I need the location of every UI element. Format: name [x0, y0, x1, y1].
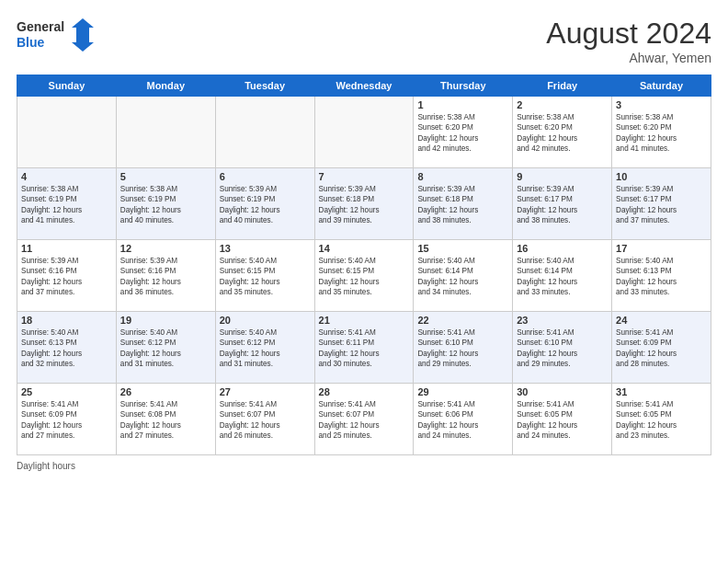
- day-info: Sunrise: 5:39 AM Sunset: 6:17 PM Dayligh…: [616, 184, 707, 226]
- day-number: 13: [220, 243, 311, 254]
- logo-svg: General Blue: [17, 17, 99, 55]
- header: General Blue August 2024 Ahwar, Yemen: [17, 17, 711, 65]
- day-info: Sunrise: 5:40 AM Sunset: 6:13 PM Dayligh…: [21, 327, 112, 370]
- table-row: 4Sunrise: 5:38 AM Sunset: 6:19 PM Daylig…: [17, 168, 117, 240]
- day-number: 8: [417, 171, 508, 182]
- day-number: 9: [517, 171, 608, 182]
- day-info: Sunrise: 5:41 AM Sunset: 6:05 PM Dayligh…: [517, 399, 608, 442]
- day-info: Sunrise: 5:40 AM Sunset: 6:15 PM Dayligh…: [319, 256, 410, 298]
- col-wednesday: Wednesday: [314, 75, 414, 97]
- col-sunday: Sunday: [17, 75, 117, 97]
- day-number: 18: [21, 315, 112, 326]
- day-number: 26: [120, 386, 211, 397]
- day-info: Sunrise: 5:40 AM Sunset: 6:14 PM Dayligh…: [517, 256, 608, 298]
- table-row: 25Sunrise: 5:41 AM Sunset: 6:09 PM Dayli…: [17, 384, 117, 455]
- day-number: 27: [220, 386, 311, 397]
- table-row: 21Sunrise: 5:41 AM Sunset: 6:11 PM Dayli…: [314, 312, 414, 384]
- table-row: 20Sunrise: 5:40 AM Sunset: 6:12 PM Dayli…: [215, 312, 314, 384]
- day-number: 29: [417, 386, 508, 397]
- day-number: 4: [21, 171, 112, 182]
- day-number: 22: [417, 315, 508, 326]
- table-row: 6Sunrise: 5:39 AM Sunset: 6:19 PM Daylig…: [215, 168, 314, 240]
- col-saturday: Saturday: [612, 75, 711, 97]
- col-monday: Monday: [116, 75, 215, 97]
- table-row: 16Sunrise: 5:40 AM Sunset: 6:14 PM Dayli…: [513, 240, 612, 312]
- day-info: Sunrise: 5:40 AM Sunset: 6:12 PM Dayligh…: [220, 327, 311, 370]
- table-row: 26Sunrise: 5:41 AM Sunset: 6:08 PM Dayli…: [116, 384, 215, 455]
- day-number: 25: [21, 386, 112, 397]
- table-row: 11Sunrise: 5:39 AM Sunset: 6:16 PM Dayli…: [17, 240, 117, 312]
- calendar-week-row: 25Sunrise: 5:41 AM Sunset: 6:09 PM Dayli…: [17, 384, 711, 455]
- page: General Blue August 2024 Ahwar, Yemen Su…: [0, 0, 728, 563]
- svg-text:Blue: Blue: [17, 35, 45, 50]
- table-row: [17, 97, 117, 168]
- day-number: 23: [517, 315, 608, 326]
- col-friday: Friday: [513, 75, 612, 97]
- table-row: 1Sunrise: 5:38 AM Sunset: 6:20 PM Daylig…: [414, 97, 513, 168]
- day-info: Sunrise: 5:40 AM Sunset: 6:12 PM Dayligh…: [120, 327, 211, 370]
- day-number: 19: [120, 315, 211, 326]
- day-info: Sunrise: 5:41 AM Sunset: 6:06 PM Dayligh…: [417, 399, 508, 442]
- table-row: 28Sunrise: 5:41 AM Sunset: 6:07 PM Dayli…: [314, 384, 414, 455]
- day-number: 14: [319, 243, 410, 254]
- table-row: 3Sunrise: 5:38 AM Sunset: 6:20 PM Daylig…: [612, 97, 711, 168]
- day-info: Sunrise: 5:38 AM Sunset: 6:20 PM Dayligh…: [417, 112, 508, 155]
- daylight-label: Daylight hours: [17, 461, 75, 471]
- day-info: Sunrise: 5:39 AM Sunset: 6:19 PM Dayligh…: [220, 184, 311, 226]
- day-number: 5: [120, 171, 211, 182]
- col-tuesday: Tuesday: [215, 75, 314, 97]
- day-info: Sunrise: 5:41 AM Sunset: 6:07 PM Dayligh…: [319, 399, 410, 442]
- month-year: August 2024: [546, 17, 711, 51]
- table-row: 22Sunrise: 5:41 AM Sunset: 6:10 PM Dayli…: [414, 312, 513, 384]
- day-info: Sunrise: 5:40 AM Sunset: 6:14 PM Dayligh…: [417, 256, 508, 298]
- location: Ahwar, Yemen: [546, 51, 711, 65]
- svg-text:General: General: [17, 19, 64, 34]
- table-row: 19Sunrise: 5:40 AM Sunset: 6:12 PM Dayli…: [116, 312, 215, 384]
- day-info: Sunrise: 5:41 AM Sunset: 6:08 PM Dayligh…: [120, 399, 211, 442]
- calendar: Sunday Monday Tuesday Wednesday Thursday…: [17, 75, 711, 455]
- footer: Daylight hours: [17, 461, 711, 471]
- day-number: 6: [220, 171, 311, 182]
- day-number: 31: [616, 386, 707, 397]
- table-row: [215, 97, 314, 168]
- day-info: Sunrise: 5:39 AM Sunset: 6:16 PM Dayligh…: [120, 256, 211, 298]
- table-row: 23Sunrise: 5:41 AM Sunset: 6:10 PM Dayli…: [513, 312, 612, 384]
- table-row: 2Sunrise: 5:38 AM Sunset: 6:20 PM Daylig…: [513, 97, 612, 168]
- day-info: Sunrise: 5:41 AM Sunset: 6:05 PM Dayligh…: [616, 399, 707, 442]
- table-row: 29Sunrise: 5:41 AM Sunset: 6:06 PM Dayli…: [414, 384, 513, 455]
- day-info: Sunrise: 5:40 AM Sunset: 6:13 PM Dayligh…: [616, 256, 707, 298]
- calendar-week-row: 1Sunrise: 5:38 AM Sunset: 6:20 PM Daylig…: [17, 97, 711, 168]
- day-info: Sunrise: 5:41 AM Sunset: 6:10 PM Dayligh…: [517, 327, 608, 370]
- table-row: 8Sunrise: 5:39 AM Sunset: 6:18 PM Daylig…: [414, 168, 513, 240]
- table-row: 15Sunrise: 5:40 AM Sunset: 6:14 PM Dayli…: [414, 240, 513, 312]
- day-info: Sunrise: 5:41 AM Sunset: 6:11 PM Dayligh…: [319, 327, 410, 370]
- table-row: 10Sunrise: 5:39 AM Sunset: 6:17 PM Dayli…: [612, 168, 711, 240]
- day-number: 20: [220, 315, 311, 326]
- day-number: 24: [616, 315, 707, 326]
- table-row: 5Sunrise: 5:38 AM Sunset: 6:19 PM Daylig…: [116, 168, 215, 240]
- logo: General Blue: [17, 17, 99, 55]
- day-info: Sunrise: 5:38 AM Sunset: 6:20 PM Dayligh…: [616, 112, 707, 155]
- day-number: 12: [120, 243, 211, 254]
- calendar-header-row: Sunday Monday Tuesday Wednesday Thursday…: [17, 75, 711, 97]
- day-info: Sunrise: 5:41 AM Sunset: 6:09 PM Dayligh…: [616, 327, 707, 370]
- table-row: 9Sunrise: 5:39 AM Sunset: 6:17 PM Daylig…: [513, 168, 612, 240]
- day-info: Sunrise: 5:39 AM Sunset: 6:17 PM Dayligh…: [517, 184, 608, 226]
- title-block: August 2024 Ahwar, Yemen: [546, 17, 711, 65]
- day-number: 17: [616, 243, 707, 254]
- day-number: 10: [616, 171, 707, 182]
- day-number: 16: [517, 243, 608, 254]
- day-info: Sunrise: 5:39 AM Sunset: 6:16 PM Dayligh…: [21, 256, 112, 298]
- day-info: Sunrise: 5:38 AM Sunset: 6:20 PM Dayligh…: [517, 112, 608, 155]
- day-info: Sunrise: 5:41 AM Sunset: 6:10 PM Dayligh…: [417, 327, 508, 370]
- day-number: 28: [319, 386, 410, 397]
- svg-marker-2: [72, 18, 94, 52]
- day-number: 21: [319, 315, 410, 326]
- table-row: 17Sunrise: 5:40 AM Sunset: 6:13 PM Dayli…: [612, 240, 711, 312]
- table-row: 31Sunrise: 5:41 AM Sunset: 6:05 PM Dayli…: [612, 384, 711, 455]
- col-thursday: Thursday: [414, 75, 513, 97]
- day-info: Sunrise: 5:40 AM Sunset: 6:15 PM Dayligh…: [220, 256, 311, 298]
- day-number: 1: [417, 99, 508, 110]
- table-row: 12Sunrise: 5:39 AM Sunset: 6:16 PM Dayli…: [116, 240, 215, 312]
- day-number: 15: [417, 243, 508, 254]
